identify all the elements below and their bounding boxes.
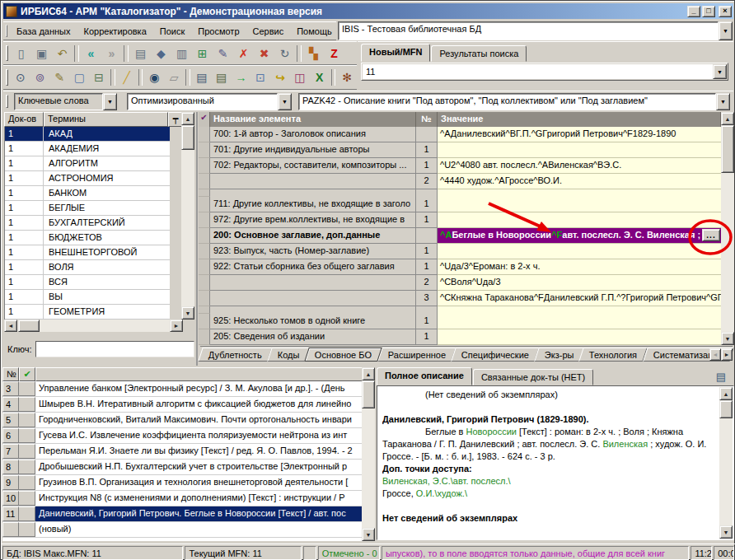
- document-check-cell[interactable]: [19, 522, 35, 537]
- field-value-cell[interactable]: ^U2^4080 авт. послесл.^АВиленская^ВЭ.С..…: [438, 158, 721, 174]
- next-record-icon[interactable]: »: [102, 44, 121, 63]
- scroll-down-icon[interactable]: ▼: [181, 306, 194, 320]
- column-header-description[interactable]: [35, 367, 375, 381]
- chevron-down-icon[interactable]: ▼: [278, 93, 292, 110]
- field-value-cell[interactable]: ...: [438, 314, 721, 329]
- menu-item[interactable]: База данных: [10, 24, 77, 39]
- document-row[interactable]: 6 Гусева И.С. Извлечение коэффициента по…: [2, 428, 363, 444]
- term-row[interactable]: 1 АКАДЕМИЯ: [5, 142, 170, 156]
- term-row[interactable]: 1 ВОЛЯ: [5, 260, 170, 275]
- copy-icon[interactable]: ⊡: [251, 68, 269, 86]
- send-icon[interactable]: ↪: [271, 68, 289, 86]
- scroll-up-icon[interactable]: ▲: [719, 387, 733, 400]
- search-mode-combo[interactable]: Оптимизированный ▼: [127, 93, 292, 110]
- close-button[interactable]: ×: [719, 6, 732, 17]
- field-value-cell[interactable]: ...: [438, 306, 721, 314]
- worksheet-value[interactable]: PAZK42 - Описание книги "Под автором", "…: [298, 93, 716, 110]
- key-input[interactable]: [36, 342, 194, 357]
- edit-record-icon[interactable]: ✎: [213, 44, 232, 63]
- minimize-button[interactable]: _: [687, 6, 700, 17]
- column-header-docs[interactable]: Док-ов: [4, 112, 44, 127]
- term-row[interactable]: 1 АКАД: [5, 127, 170, 142]
- column-header-terms[interactable]: Термины: [44, 112, 168, 127]
- mfn-input[interactable]: [363, 64, 713, 79]
- scrollbar-thumb[interactable]: [18, 320, 40, 332]
- term-row[interactable]: 1 ВНЕШНЕТОРГОВОЙ: [5, 245, 170, 260]
- document-check-cell[interactable]: [19, 506, 35, 521]
- term-row[interactable]: 1 БЮДЖЕТОВ: [5, 231, 170, 245]
- field-row[interactable]: 3 ^СКняжна Тараканова^FДанилевский Г.П.^…: [199, 291, 721, 306]
- sort-fields-icon[interactable]: ▤: [131, 44, 150, 63]
- find-icon[interactable]: ⊚: [31, 68, 49, 86]
- page-search-icon[interactable]: ▢: [70, 68, 88, 86]
- description-tab[interactable]: Полное описание: [377, 367, 472, 385]
- record-tab[interactable]: Результаты поиска: [431, 45, 527, 62]
- field-value-cell[interactable]: ...: [438, 197, 721, 212]
- save-record-icon[interactable]: ▣: [32, 44, 51, 63]
- delete-page-icon[interactable]: ✖: [255, 44, 274, 63]
- field-expand-button[interactable]: ...: [702, 229, 720, 241]
- scrollbar-thumb[interactable]: [719, 400, 733, 418]
- field-row[interactable]: 700: 1-й автор - Заголовок описания ^АДа…: [199, 127, 721, 142]
- dictionary-type-combo[interactable]: Ключевые слова ▼: [14, 93, 117, 110]
- document-row[interactable]: (новый): [2, 522, 363, 538]
- field-row[interactable]: 702: Редакторы, составители, композиторы…: [199, 158, 721, 174]
- document-row[interactable]: 8 Дробышевский Н.П. Бухгалтерский учет в…: [2, 460, 363, 475]
- menu-item[interactable]: Просмотр: [191, 24, 246, 39]
- tree-edit-icon[interactable]: ⊞: [193, 44, 212, 63]
- prev-record-icon[interactable]: «: [82, 44, 101, 63]
- document-row[interactable]: 11 Данилевский, Григорий Петрович. Беглы…: [2, 506, 363, 522]
- toolbar-icon[interactable]: [138, 69, 143, 86]
- term-row[interactable]: 1 БЕГЛЫЕ: [5, 201, 170, 216]
- document-check-cell[interactable]: [19, 381, 35, 396]
- new-record-icon[interactable]: ▯: [12, 44, 30, 63]
- toolbar-icon[interactable]: [74, 45, 79, 62]
- field-value-cell[interactable]: ^4440 худож.^АГроссе^ВО.И....: [438, 174, 721, 189]
- scroll-left-icon[interactable]: ◄: [4, 320, 17, 332]
- field-value-cell[interactable]: ^СКняжна Тараканова^FДанилевский Г.П.^?Г…: [438, 291, 721, 306]
- print-setup-icon[interactable]: ▤: [213, 68, 231, 86]
- field-row[interactable]: 922: Статьи сборника без общего заглавия…: [199, 259, 721, 275]
- terms-scrollbar[interactable]: ▲ ▼: [181, 112, 194, 320]
- toolbar-icon[interactable]: [110, 69, 115, 86]
- worksheet-tab[interactable]: Дублетность: [198, 348, 272, 362]
- field-row[interactable]: 925: Несколько томов в одной книге 1 ...: [199, 314, 721, 329]
- field-row[interactable]: 200: Основное заглавие, доп.данные ^АБег…: [199, 228, 721, 244]
- column-header-value[interactable]: Значение: [438, 112, 721, 127]
- document-row[interactable]: 5 Городниченковский, Виталий Максимович.…: [2, 413, 363, 428]
- worksheet-tab[interactable]: Технология: [579, 348, 648, 362]
- worksheet-tab[interactable]: Основное БО: [305, 348, 383, 362]
- folder-icon[interactable]: ▱: [165, 68, 183, 86]
- menu-item[interactable]: Сервис: [246, 24, 291, 39]
- worksheet-tab[interactable]: Расширенное: [377, 348, 456, 362]
- chevron-down-icon[interactable]: ▼: [716, 93, 730, 110]
- field-value-cell[interactable]: ...: [438, 329, 721, 345]
- term-row[interactable]: 1 БАНКОМ: [5, 186, 170, 201]
- worksheet-tab[interactable]: Специфические: [451, 348, 540, 362]
- view-eye-icon[interactable]: ◉: [145, 68, 163, 86]
- field-row[interactable]: ...: [199, 189, 721, 197]
- field-row[interactable]: 205: Сведения об издании 1 ...: [199, 329, 721, 345]
- chevron-down-icon[interactable]: ▼: [713, 64, 727, 79]
- search-mode-value[interactable]: Оптимизированный: [127, 93, 278, 110]
- field-row[interactable]: ...: [199, 306, 721, 314]
- term-row[interactable]: 1 БУХГАЛТЕРСКИЙ: [5, 216, 170, 231]
- field-row[interactable]: 701: Другие индивидуальные авторы 1 ...: [199, 142, 721, 158]
- document-check-cell[interactable]: [19, 428, 35, 443]
- worksheet-tab[interactable]: Экз-ры: [534, 348, 584, 362]
- worksheet-tab[interactable]: Коды: [267, 348, 310, 362]
- stats-icon[interactable]: ◫: [291, 68, 309, 86]
- toolbar-grip[interactable]: [6, 69, 8, 86]
- undo-icon[interactable]: ↶: [53, 44, 72, 63]
- tab-scroll-right-icon[interactable]: ►: [721, 348, 733, 361]
- mfn-combo[interactable]: ▼: [361, 63, 728, 81]
- toolbar-icon[interactable]: [297, 45, 302, 62]
- menu-item[interactable]: Поиск: [153, 24, 191, 39]
- field-value-cell[interactable]: ^СВоля^Uда/3...: [438, 275, 721, 291]
- record-tab[interactable]: Новый/MFN: [361, 44, 430, 62]
- field-row[interactable]: 2 ^4440 худож.^АГроссе^ВО.И....: [199, 174, 721, 189]
- term-row[interactable]: 1 ВЫ: [5, 290, 170, 305]
- tab-scroll-left-icon[interactable]: ◄: [709, 348, 721, 361]
- scroll-down-icon[interactable]: ▼: [719, 525, 733, 539]
- scroll-down-icon[interactable]: ▼: [721, 332, 734, 345]
